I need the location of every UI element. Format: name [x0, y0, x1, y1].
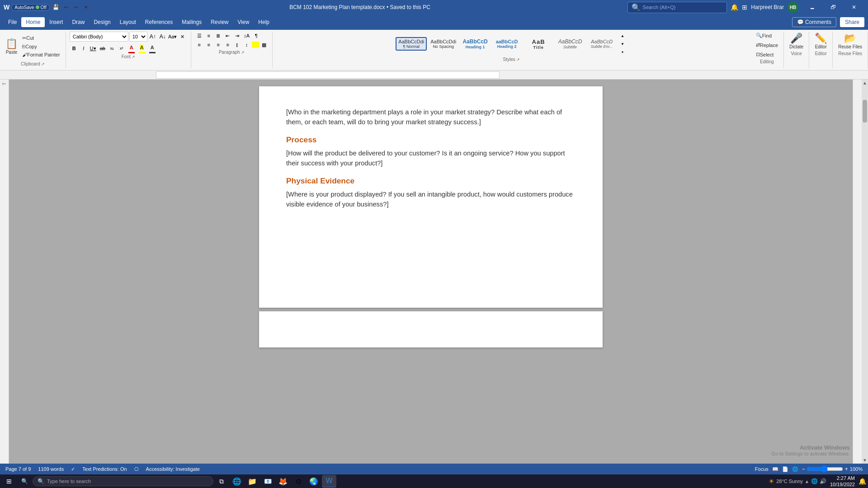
menu-item-draw[interactable]: Draw — [67, 17, 89, 27]
align-center-button[interactable]: ≡ — [204, 41, 213, 49]
menu-item-references[interactable]: References — [141, 17, 177, 27]
explorer-taskbar-button[interactable]: 📁 — [245, 475, 259, 488]
comments-button[interactable]: 💬 Comments — [792, 17, 836, 27]
search-input[interactable] — [642, 5, 723, 10]
styles-scroll-up[interactable]: ▲ — [618, 32, 627, 40]
style-subtitle[interactable]: AaBbCcD Subtitle — [555, 37, 585, 51]
select-button[interactable]: ⊡ Select — [754, 51, 780, 58]
paragraph-2[interactable]: [How will the product be delivered to yo… — [286, 148, 576, 168]
customize-qat-button[interactable]: ▾ — [81, 3, 90, 12]
bold-button[interactable]: B — [70, 44, 79, 52]
find-button[interactable]: 🔍 Find — [754, 32, 780, 39]
justify-button[interactable]: ≡ — [223, 41, 232, 49]
font-size-select[interactable]: 10 — [129, 32, 147, 42]
zoom-out-button[interactable]: − — [802, 466, 805, 472]
read-view-button[interactable]: 📖 — [772, 466, 778, 472]
borders-button[interactable]: ▦ — [259, 41, 269, 49]
style-heading2[interactable]: aaBbCcD Heading 2 — [491, 37, 522, 51]
maximize-button[interactable]: 🗗 — [823, 0, 844, 14]
column-button[interactable]: ⫿ — [233, 41, 242, 49]
menu-item-mailings[interactable]: Mailings — [177, 17, 206, 27]
show-hidden-icons-button[interactable]: ▲ — [805, 479, 809, 484]
menu-item-help[interactable]: Help — [254, 17, 274, 27]
show-formatting-button[interactable]: ¶ — [252, 32, 261, 40]
edge-taskbar-button[interactable]: 🌐 — [230, 475, 244, 488]
subscript-button[interactable]: x₂ — [108, 44, 117, 52]
menu-item-layout[interactable]: Layout — [115, 17, 141, 27]
font-expand-icon[interactable]: ↗ — [132, 55, 135, 59]
increase-indent-button[interactable]: ⇥ — [233, 32, 242, 40]
close-button[interactable]: ✕ — [844, 0, 864, 14]
notification-bell-icon[interactable]: 🔔 — [731, 4, 738, 11]
paragraph-3[interactable]: [Where is your product displayed? If you… — [286, 189, 576, 209]
menu-item-home[interactable]: Home — [21, 17, 45, 27]
cut-button[interactable]: ✂ Cut — [20, 34, 62, 42]
align-right-button[interactable]: ≡ — [214, 41, 223, 49]
paragraph-1[interactable]: [Who in the marketing department plays a… — [286, 107, 576, 127]
increase-font-button[interactable]: A↑ — [148, 33, 157, 41]
search-box[interactable]: 🔍 — [627, 2, 727, 13]
bullet-list-button[interactable]: ☰ — [195, 32, 204, 40]
undo-button[interactable]: ↩ — [61, 3, 71, 12]
paste-button[interactable]: 📋 Paste — [4, 37, 19, 56]
scroll-down-button[interactable]: ▼ — [862, 457, 868, 464]
text-color-button[interactable]: A — [147, 43, 157, 52]
firefox-taskbar-button[interactable]: 🦊 — [276, 475, 290, 488]
italic-button[interactable]: I — [79, 44, 88, 52]
style-heading1[interactable]: AaBbCcD Heading 1 — [460, 37, 491, 51]
superscript-button[interactable]: x² — [117, 44, 126, 52]
accessibility-status[interactable]: Accessibility: Investigate — [146, 466, 200, 472]
user-avatar[interactable]: HB — [788, 2, 798, 13]
word-taskbar-button[interactable]: W — [322, 475, 336, 488]
font-color-button[interactable]: A — [127, 43, 137, 52]
network-icon[interactable]: 🌐 — [811, 478, 818, 484]
align-left-button[interactable]: ≡ — [195, 41, 204, 49]
zoom-in-button[interactable]: + — [845, 466, 848, 472]
taskbar-search[interactable]: 🔍 Type here to search — [33, 476, 213, 486]
replace-button[interactable]: ⇄ Replace — [754, 41, 780, 49]
document-area[interactable]: [Who in the marketing department plays a… — [9, 80, 853, 464]
sort-button[interactable]: ↕A — [242, 32, 251, 40]
outlook-taskbar-button[interactable]: 📧 — [260, 475, 275, 488]
dictate-button[interactable]: 🎤 Dictate — [788, 32, 805, 50]
highlight-button[interactable]: A — [137, 43, 147, 52]
minimize-button[interactable]: 🗕 — [802, 0, 823, 14]
editor-button[interactable]: ✏️ Editor — [813, 32, 829, 50]
clear-formatting-button[interactable]: ✕ — [178, 33, 187, 41]
browser2-taskbar-button[interactable]: 🌏 — [307, 475, 321, 488]
chrome-taskbar-button[interactable]: ⊙ — [291, 475, 306, 488]
shading-button[interactable] — [252, 42, 259, 48]
heading-process[interactable]: Process — [286, 135, 576, 145]
print-layout-button[interactable]: 📄 — [782, 466, 788, 472]
sound-icon[interactable]: 🔊 — [820, 478, 826, 484]
copy-button[interactable]: ⎘ Copy — [20, 43, 62, 50]
numbered-list-button[interactable]: ≡ — [204, 32, 213, 40]
underline-button[interactable]: U▾ — [89, 44, 98, 52]
scroll-up-button[interactable]: ▲ — [862, 80, 868, 86]
save-button[interactable]: 💾 — [52, 3, 61, 12]
scroll-thumb[interactable] — [863, 100, 867, 122]
search-taskbar-container[interactable]: 🔍 — [17, 475, 32, 488]
style-normal[interactable]: AaBbCcDdi ¶ Normal — [396, 37, 427, 51]
zoom-slider[interactable] — [807, 465, 843, 473]
view-toggle-icon[interactable]: ⊞ — [742, 4, 747, 11]
focus-mode-button[interactable]: Focus — [755, 466, 769, 472]
proofing-check-icon[interactable]: ✓ — [71, 466, 75, 472]
decrease-font-button[interactable]: A↓ — [158, 33, 167, 41]
clipboard-expand-icon[interactable]: ↗ — [41, 62, 45, 66]
notification-center-button[interactable]: 🔔 — [859, 478, 866, 485]
strikethrough-button[interactable]: ab — [98, 44, 107, 52]
paragraph-expand-icon[interactable]: ↗ — [241, 50, 245, 55]
vertical-scrollbar[interactable]: ▲ ▼ — [862, 80, 868, 464]
text-predictions-status[interactable]: Text Predictions: On — [82, 466, 127, 472]
change-case-button[interactable]: Aa▾ — [168, 33, 177, 41]
redo-button[interactable]: ↪ — [71, 3, 80, 12]
line-spacing-button[interactable]: ↕ — [242, 41, 251, 49]
format-painter-button[interactable]: 🖌 Format Painter — [20, 51, 62, 58]
menu-item-review[interactable]: Review — [206, 17, 233, 27]
menu-item-design[interactable]: Design — [89, 17, 115, 27]
reuse-files-button[interactable]: 📂 Reuse Files — [836, 32, 864, 50]
menu-item-view[interactable]: View — [233, 17, 254, 27]
start-button[interactable]: ⊞ — [2, 475, 16, 488]
style-title[interactable]: AaB Title — [523, 37, 554, 52]
